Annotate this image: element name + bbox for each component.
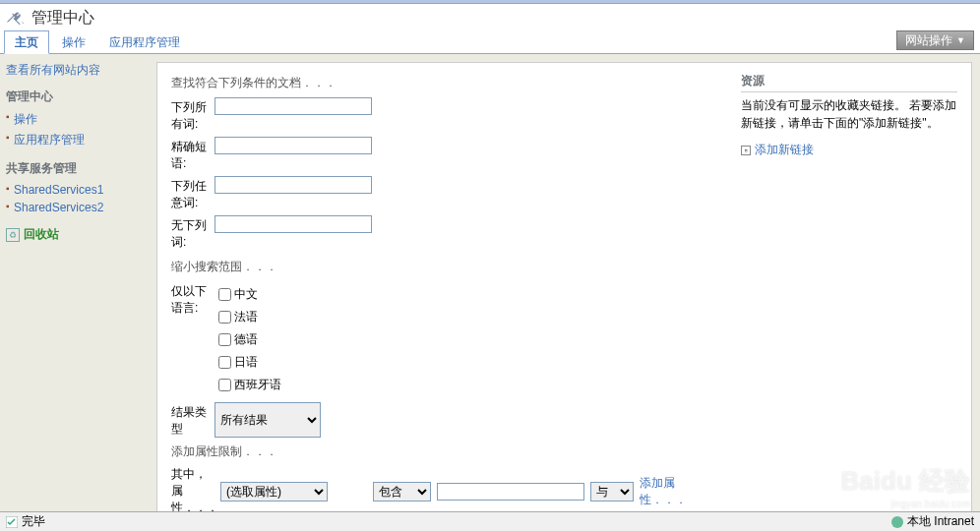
tab-app-mgmt[interactable]: 应用程序管理 xyxy=(98,30,191,54)
property-select[interactable]: (选取属性) xyxy=(220,482,328,502)
any-words-input[interactable] xyxy=(214,176,372,194)
none-words-input[interactable] xyxy=(214,215,372,233)
chevron-down-icon: ▼ xyxy=(956,35,965,45)
narrow-heading: 缩小搜索范围．．． xyxy=(171,259,721,275)
sidebar-item-app-mgmt[interactable]: 应用程序管理 xyxy=(14,133,85,147)
lang-checkbox-ja[interactable] xyxy=(218,356,231,369)
status-bar: 完毕 本地 Intranet xyxy=(0,511,980,531)
join-select[interactable]: 与 xyxy=(590,482,634,502)
lang-label-fr: 法语 xyxy=(234,309,258,325)
page-title: 管理中心 xyxy=(31,8,94,29)
lang-checkbox-fr[interactable] xyxy=(218,311,231,324)
zone-icon xyxy=(891,516,903,528)
done-icon xyxy=(6,516,18,528)
only-lang-label: 仅以下语言: xyxy=(171,281,214,398)
lang-checkbox-zh[interactable] xyxy=(218,288,231,301)
status-zone: 本地 Intranet xyxy=(907,513,974,530)
lang-checkbox-de[interactable] xyxy=(218,333,231,346)
sidebar-group-admin-title: 管理中心 xyxy=(6,88,147,105)
result-type-select[interactable]: 所有结果 xyxy=(214,402,321,438)
resources-aside: 资源 当前没有可显示的收藏夹链接。 若要添加新链接，请单击下面的"添加新链接"。… xyxy=(741,73,957,507)
exact-phrase-input[interactable] xyxy=(214,137,372,154)
lang-checkbox-es[interactable] xyxy=(218,379,231,391)
content-panel: 查找符合下列条件的文档．．． 下列所有词: 精确短语: 下列任意词: 无下列词:… xyxy=(156,62,972,518)
add-property-link[interactable]: 添加属性．．． xyxy=(640,475,721,508)
page-header: 管理中心 xyxy=(0,4,980,30)
lang-label-zh: 中文 xyxy=(234,286,258,303)
where-label: 其中，属性．．． xyxy=(171,466,214,516)
site-actions-menu[interactable]: 网站操作 ▼ xyxy=(896,30,974,50)
all-words-input[interactable] xyxy=(214,97,372,115)
admin-tools-icon xyxy=(6,9,26,29)
tab-operations[interactable]: 操作 xyxy=(51,30,96,54)
resources-title: 资源 xyxy=(741,73,957,92)
sidebar-view-all[interactable]: 查看所有网站内容 xyxy=(6,63,100,77)
site-actions-label: 网站操作 xyxy=(905,32,952,49)
add-new-link[interactable]: 添加新链接 xyxy=(755,142,814,158)
add-prop-heading: 添加属性限制．．． xyxy=(171,443,721,460)
property-value-input[interactable] xyxy=(437,483,584,501)
sidebar-item-ss1[interactable]: SharedServices1 xyxy=(14,183,103,197)
sidebar-group-ssp-title: 共享服务管理 xyxy=(6,160,147,177)
add-link-icon: ▫ xyxy=(741,146,751,155)
all-words-label: 下列所有词: xyxy=(171,97,214,133)
none-words-label: 无下列词: xyxy=(171,215,214,251)
lang-label-es: 西班牙语 xyxy=(234,377,281,393)
sidebar-item-operations[interactable]: 操作 xyxy=(14,112,37,126)
any-words-label: 下列任意词: xyxy=(171,176,214,211)
resources-text: 当前没有可显示的收藏夹链接。 若要添加新链接，请单击下面的"添加新链接"。 xyxy=(741,96,957,132)
sidebar-item-ss2[interactable]: SharedServices2 xyxy=(14,201,103,214)
lang-label-ja: 日语 xyxy=(234,354,258,371)
operator-select[interactable]: 包含 xyxy=(373,482,431,502)
tab-strip: 主页 操作 应用程序管理 网站操作 ▼ xyxy=(0,30,980,54)
find-heading: 查找符合下列条件的文档．．． xyxy=(171,75,721,91)
exact-phrase-label: 精确短语: xyxy=(171,137,214,172)
sidebar-recycle-bin[interactable]: 回收站 xyxy=(24,226,59,243)
lang-label-de: 德语 xyxy=(234,331,258,348)
result-type-label: 结果类型 xyxy=(171,402,214,438)
recycle-bin-icon: ♻ xyxy=(6,228,20,242)
sidebar: 查看所有网站内容 管理中心 操作 应用程序管理 共享服务管理 SharedSer… xyxy=(0,54,153,526)
tab-home[interactable]: 主页 xyxy=(4,30,49,54)
status-done: 完毕 xyxy=(22,513,45,530)
